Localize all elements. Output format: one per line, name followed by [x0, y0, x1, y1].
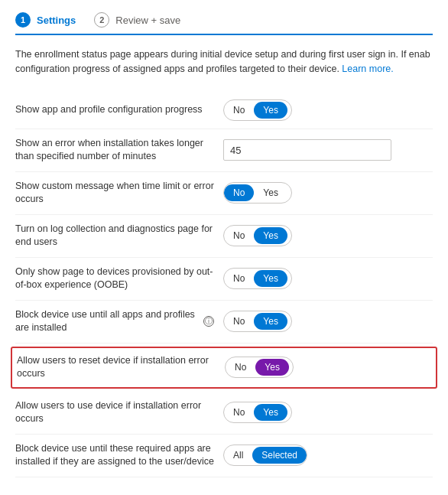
control-custom-message: No Yes [223, 182, 433, 204]
toggle-allow-reset[interactable]: No Yes [225, 357, 294, 378]
tabs-bar: 1 Settings 2 Review + save [15, 12, 433, 35]
tab-review-number: 2 [94, 12, 109, 28]
toggle-allow-use-error[interactable]: No Yes [223, 402, 292, 423]
toggle-yes-allow-use[interactable]: Yes [254, 404, 287, 421]
toggle-oobe[interactable]: No Yes [223, 268, 292, 289]
control-app-profile-progress: No Yes [223, 99, 433, 121]
toggle-block-until-installed[interactable]: No Yes [223, 311, 292, 332]
tab-settings-number: 1 [15, 12, 31, 28]
row-oobe: Only show page to devices provisioned by… [15, 258, 433, 301]
page-container: 1 Settings 2 Review + save The enrollmen… [0, 0, 448, 490]
row-error-timeout: Show an error when installation takes lo… [15, 129, 433, 172]
toggle-no-block-until[interactable]: No [224, 313, 254, 330]
label-allow-reset: Allow users to reset device if installat… [17, 354, 216, 381]
info-icon-block[interactable]: ⓘ [203, 316, 214, 327]
tab-settings[interactable]: 1 Settings [15, 12, 76, 28]
toggle-all-block-required[interactable]: All [224, 447, 252, 464]
toggle-block-required-apps[interactable]: All Selected [223, 445, 307, 466]
row-allow-use-error: Allow users to use device if installatio… [15, 392, 433, 435]
toggle-yes-log-collection[interactable]: Yes [254, 227, 287, 244]
toggle-no-log-collection[interactable]: No [224, 227, 254, 244]
description-text: The enrollment status page appears durin… [15, 47, 433, 77]
learn-more-link[interactable]: Learn more. [342, 64, 393, 74]
control-block-until-installed: No Yes [223, 311, 433, 332]
control-allow-use-error: No Yes [223, 402, 433, 423]
label-app-profile-progress: Show app and profile configuration progr… [15, 103, 214, 117]
row-app-profile-progress: Show app and profile configuration progr… [15, 92, 433, 129]
toggle-no-allow-use[interactable]: No [224, 404, 254, 421]
label-log-collection: Turn on log collection and diagnostics p… [15, 223, 214, 249]
control-error-timeout [223, 139, 433, 161]
toggle-app-profile-progress[interactable]: No Yes [223, 99, 292, 121]
toggle-yes-block-until[interactable]: Yes [254, 313, 287, 330]
control-block-required-apps: All Selected [223, 445, 433, 466]
row-block-until-installed: Block device use until all apps and prof… [15, 301, 433, 344]
label-block-until-installed: Block device use until all apps and prof… [15, 308, 214, 335]
label-allow-use-error: Allow users to use device if installatio… [15, 399, 214, 426]
toggle-no-app-profile[interactable]: No [224, 102, 254, 119]
tab-settings-label: Settings [37, 15, 76, 26]
row-allow-reset: Allow users to reset device if installat… [11, 347, 437, 389]
toggle-custom-message[interactable]: No Yes [223, 182, 292, 204]
control-oobe: No Yes [223, 268, 433, 289]
toggle-log-collection[interactable]: No Yes [223, 225, 292, 246]
toggle-selected-block-required[interactable]: Selected [252, 447, 307, 464]
toggle-yes-oobe[interactable]: Yes [254, 270, 287, 287]
row-block-required-apps: Block device use until these required ap… [15, 435, 433, 477]
toggle-yes-allow-reset[interactable]: Yes [255, 359, 289, 376]
toggle-no-custom-message[interactable]: No [224, 184, 254, 201]
tab-review[interactable]: 2 Review + save [94, 12, 180, 28]
toggle-no-allow-reset[interactable]: No [226, 359, 255, 376]
label-error-timeout: Show an error when installation takes lo… [15, 137, 214, 164]
input-error-timeout[interactable] [223, 139, 391, 161]
row-custom-message: Show custom message when time limit or e… [15, 172, 433, 215]
toggle-no-oobe[interactable]: No [224, 270, 254, 287]
label-custom-message: Show custom message when time limit or e… [15, 180, 214, 207]
row-log-collection: Turn on log collection and diagnostics p… [15, 215, 433, 258]
tab-review-label: Review + save [115, 15, 180, 26]
label-oobe: Only show page to devices provisioned by… [15, 265, 214, 292]
control-log-collection: No Yes [223, 225, 433, 246]
toggle-yes-app-profile[interactable]: Yes [254, 102, 287, 119]
control-allow-reset: No Yes [225, 357, 431, 378]
label-block-required-apps: Block device use until these required ap… [15, 442, 214, 469]
toggle-yes-custom-message[interactable]: Yes [254, 184, 287, 201]
